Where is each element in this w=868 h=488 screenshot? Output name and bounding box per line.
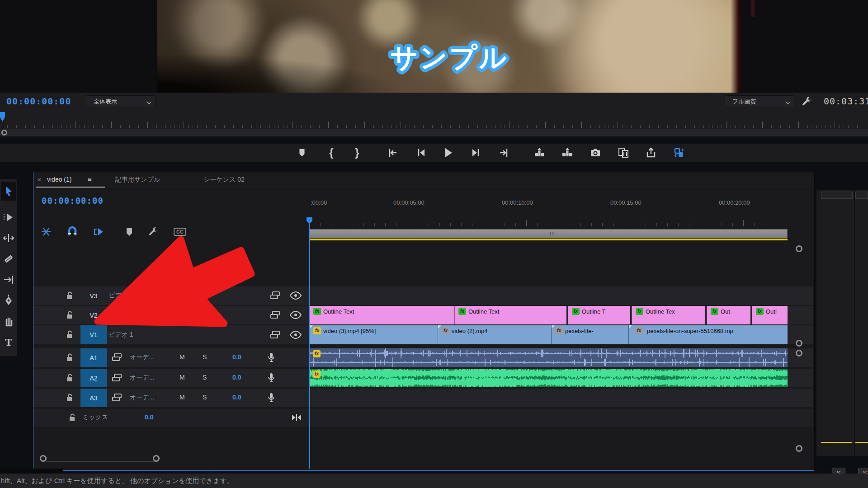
track-name-v2[interactable]: ビ <box>108 311 115 319</box>
source-patch-icon[interactable] <box>111 393 123 404</box>
hand-tool[interactable] <box>1 312 16 331</box>
snap-magnet-icon[interactable] <box>66 225 79 238</box>
pen-tool[interactable] <box>1 291 16 310</box>
captions-cc-icon[interactable]: CC <box>174 225 186 238</box>
mute-button[interactable]: M <box>179 374 185 381</box>
sync-lock-icon[interactable] <box>269 291 281 301</box>
hscroll-track[interactable] <box>46 461 157 462</box>
vscroll-handle-top[interactable] <box>796 245 802 252</box>
solo-button[interactable]: S <box>203 353 207 361</box>
clip-outline-text-5[interactable]: fx Out <box>707 306 750 324</box>
tab-sequence-02[interactable]: シーケンス 02 <box>203 176 245 184</box>
go-to-out-button[interactable] <box>497 146 511 159</box>
close-tab-icon[interactable]: × <box>38 176 41 183</box>
zoom-level-select[interactable]: 全体表示 <box>86 95 156 108</box>
track-target-v3[interactable]: V3 <box>80 286 107 305</box>
export-frame-button[interactable] <box>589 146 602 159</box>
voiceover-mic-icon[interactable] <box>268 393 275 404</box>
track-target-a3[interactable]: A3 <box>80 389 107 407</box>
sync-lock-icon[interactable] <box>269 310 281 321</box>
tab-video-1[interactable]: video (1) <box>47 176 71 183</box>
go-to-in-button[interactable] <box>386 146 399 159</box>
clip-pexels-2[interactable]: fx pexels-life-on-super-5510668.mp <box>628 325 788 344</box>
panel-menu-icon[interactable]: ≡ <box>88 175 91 183</box>
clip-video-3[interactable]: fx video (3).mp4 [95%] <box>309 325 438 344</box>
mute-button[interactable]: M <box>179 394 185 401</box>
mix-gain[interactable]: 0.0 <box>145 413 153 421</box>
track-gain[interactable]: 0.0 <box>232 353 241 361</box>
comparison-view-button[interactable] <box>617 146 630 159</box>
lock-icon[interactable] <box>66 353 73 363</box>
nest-sequence-icon[interactable] <box>40 225 52 238</box>
program-monitor-video[interactable]: サンプル <box>157 0 741 93</box>
lock-icon[interactable] <box>66 291 73 301</box>
hscroll-handle-right[interactable] <box>153 455 160 462</box>
add-marker-small-icon[interactable] <box>123 225 136 238</box>
selection-tool[interactable] <box>1 182 16 201</box>
play-button[interactable] <box>441 146 455 159</box>
voiceover-mic-icon[interactable] <box>268 373 275 384</box>
track-output-eye-icon[interactable] <box>289 291 302 301</box>
sync-settings-button[interactable] <box>672 146 686 159</box>
mark-in-button[interactable]: { <box>325 146 338 159</box>
lock-icon[interactable] <box>66 394 73 403</box>
clip-outline-text-6[interactable]: fx Outl <box>752 306 788 324</box>
source-patch-icon[interactable] <box>111 373 123 384</box>
ripple-edit-tool[interactable] <box>1 229 16 248</box>
vscroll-handle-bottom[interactable] <box>796 445 802 452</box>
work-area-bar[interactable]: III <box>309 229 788 238</box>
vscroll-handle[interactable] <box>796 350 802 357</box>
work-area-grip[interactable]: III <box>550 231 555 236</box>
clip-outline-text-3[interactable]: fx Outline T <box>568 306 630 324</box>
lift-button[interactable] <box>533 146 546 159</box>
scroll-handle[interactable] <box>1 130 7 136</box>
source-patch-icon[interactable] <box>111 353 123 363</box>
monitor-scrubber[interactable] <box>0 111 868 136</box>
audio-clip-a2[interactable]: fx <box>309 369 788 387</box>
monitor-settings-wrench-icon[interactable] <box>801 95 814 110</box>
monitor-current-timecode[interactable]: 00:00:00:00 <box>6 96 71 107</box>
lock-icon[interactable] <box>66 330 73 340</box>
clip-outline-text-2[interactable]: fx Outline Text <box>454 306 566 324</box>
track-name-a2[interactable]: オーデ... <box>130 374 154 382</box>
scrubber-playhead[interactable] <box>0 112 5 122</box>
clip-outline-text-4[interactable]: fx Outline Tex <box>632 306 705 324</box>
track-target-v1[interactable]: V1 <box>80 325 107 344</box>
track-gain[interactable]: 0.0 <box>232 394 241 401</box>
mark-out-button[interactable]: } <box>350 146 364 159</box>
solo-button[interactable]: S <box>203 374 207 381</box>
timeline-timecode[interactable]: 00:00:00:00 <box>42 196 104 206</box>
mute-button[interactable]: M <box>179 353 185 361</box>
track-name-v1[interactable]: ビデオ 1 <box>108 331 133 339</box>
track-name-a3[interactable]: オーデ... <box>130 394 154 402</box>
track-target-v2[interactable]: V2 <box>80 306 107 324</box>
linked-selection-icon[interactable] <box>92 225 105 238</box>
timeline-ruler[interactable]: :00:00 00:00:05:00 00:00:10:00 00:00:15:… <box>309 199 788 208</box>
razor-tool[interactable] <box>1 249 16 268</box>
lock-icon[interactable] <box>66 374 73 383</box>
track-target-a2[interactable]: A2 <box>80 369 107 387</box>
track-output-eye-icon[interactable] <box>289 310 302 321</box>
track-gain[interactable]: 0.0 <box>232 374 241 381</box>
fit-clip-icon[interactable] <box>292 413 302 423</box>
playback-quality-select[interactable]: フル画質 <box>725 95 794 108</box>
track-output-eye-icon[interactable] <box>289 330 302 341</box>
scrubber-scroll-track[interactable] <box>0 129 868 136</box>
clip-outline-text-1[interactable]: fx Outline Text <box>309 306 454 324</box>
track-target-a1[interactable]: A1 <box>80 348 107 367</box>
lock-icon[interactable] <box>66 311 73 320</box>
audio-clip-a1[interactable]: fx <box>309 348 788 367</box>
type-tool[interactable]: T <box>1 333 16 352</box>
vscroll-handle[interactable] <box>796 340 802 347</box>
track-name-a1[interactable]: オーデ... <box>130 353 154 361</box>
track-name-v3[interactable]: ビデオ <box>108 291 128 300</box>
timeline-settings-wrench-icon[interactable] <box>147 225 160 238</box>
step-forward-button[interactable] <box>469 146 483 159</box>
clip-video-2[interactable]: fx video (2).mp4 <box>438 325 551 344</box>
tab-kiji-sample[interactable]: 記事用サンプル <box>115 176 160 184</box>
voiceover-mic-icon[interactable] <box>268 352 275 364</box>
export-button[interactable] <box>644 146 658 159</box>
track-select-forward-tool[interactable] <box>1 208 16 227</box>
sync-lock-icon[interactable] <box>269 330 281 341</box>
hscroll-handle-left[interactable] <box>40 455 47 462</box>
